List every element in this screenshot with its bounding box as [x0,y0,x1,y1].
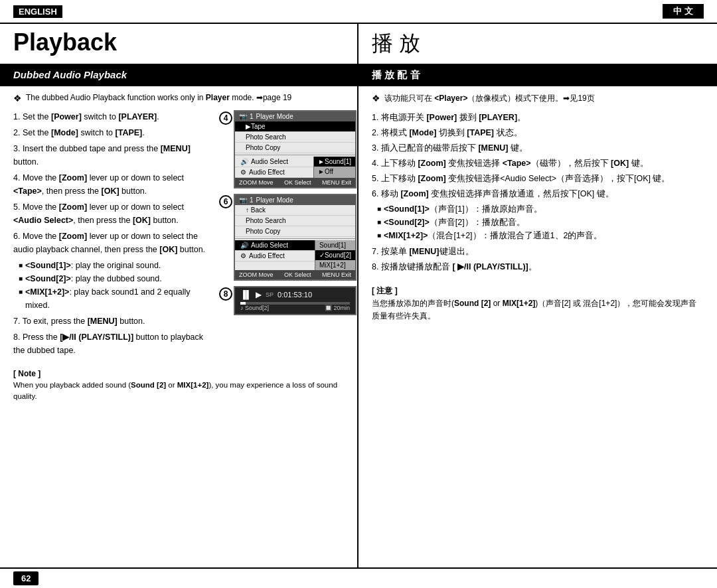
menu-item-audio-select-6: 🔊 Audio Select [235,240,315,251]
intro-note-right: ❖ 该功能只可在 <Player>（放像模式）模式下使用。➡见19页 [372,93,704,104]
bullet-cn-sound2: ■ <Sound[2]>（声音[2]）：播放配音。 [377,216,704,229]
menu-item-photo-search-6: Photo Search [235,216,355,226]
subtitle-right: 播 放 配 音 [358,66,717,85]
submenu-sound1: ►Sound[1] [314,157,355,167]
header: ENGLISH 中 文 [0,0,717,24]
step-badge-4: 4 [219,111,232,125]
intro-note-left: ❖ The dubbed Audio Playback function wor… [13,93,344,104]
page-title-chinese: 播 放 [372,29,420,58]
menu-camera-icon-6: 📷 [239,196,247,204]
step-cn-5: 5. 上下移动 [Zoom] 变焦按钮选择<Audio Select>（声音选择… [372,172,704,185]
menu-item-audio-effect: ⚙ Audio Effect [235,167,313,178]
note-section-right: [ 注意 ] 当您播放添加的声音时(Sound [2] or MIX[1+2])… [372,285,704,323]
submenu-sound2-6: ✓Sound[2] [315,250,355,260]
menu-screenshot-6: 6 📷 1 Player Mode ↑ Back Photo Search Ph… [234,194,344,281]
menu-camera-icon: 📷 [239,113,247,120]
bullet-sound2: ■ <Sound[2]>: play the dubbed sound. [19,272,210,285]
subtitle-row: Dubbed Audio Playback 播 放 配 音 [0,66,717,86]
step-cn-4: 4. 上下移动 [Zoom] 变焦按钮选择 <Tape>（磁带），然后按下 [O… [372,157,704,170]
steps-area: 1. Set the [Power] switch to [PLAYER]. 2… [13,110,344,360]
step-8: 8. Press the [▶/II (PLAY/STILL)] button … [13,331,210,357]
menu-header-4: 📷 1 Player Mode [235,111,355,121]
subtitle-english: Dubbed Audio Playback [13,69,127,80]
diamond-icon-right: ❖ [372,93,380,104]
zoom-label-6: ZOOM Move [239,271,274,278]
menu-item-photo-search: Photo Search [235,132,355,143]
step-cn-3: 3. 插入已配音的磁带后按下 [MENU] 键。 [372,141,704,155]
menu-exit-label-6: MENU Exit [322,271,351,278]
step-badge-6: 6 [219,195,232,208]
note-title-left: [ Note ] [13,368,344,380]
note-title-right: [ 注意 ] [372,285,704,297]
audio-icon-6: 🔊 [240,242,248,249]
left-column: ❖ The dubbed Audio Playback function wor… [0,86,358,567]
submenu-off: ►Off [314,167,355,177]
playback-box-8: ▐▌ ▶ SP 0:01:53:10 ♪ Sound[2] [234,286,357,315]
menu-box-6: 📷 1 Player Mode ↑ Back Photo Search Phot… [234,194,357,281]
bullet-sound1: ■ <Sound[1]>: play the original sound. [19,259,210,272]
ok-label-6: OK Select [284,271,311,278]
page-title: Playback [13,29,344,56]
duration-label: 🔲 20min [325,305,350,311]
step-4: 4. Move the [Zoom] lever up or down to s… [13,171,210,198]
title-row: Playback 播 放 [0,24,717,66]
menu-item-audio-select: 🔊 Audio Select [235,157,313,167]
main-content: ❖ The dubbed Audio Playback function wor… [0,86,717,567]
subtitle-chinese: 播 放 配 音 [372,69,420,82]
step-cn-2: 2. 将模式 [Mode] 切换到 [TAPE] 状态。 [372,126,704,139]
step-cn-1: 1. 将电源开关 [Power] 拨到 [PLAYER]。 [372,111,704,124]
step-1: 1. Set the [Power] switch to [PLAYER]. [13,110,210,123]
play-icon: ▐▌ [240,290,252,299]
english-label: ENGLISH [13,5,62,18]
step-badge-8: 8 [219,287,232,301]
play-arrow: ▶ [256,290,262,299]
playback-time: 0:01:53:10 [278,291,312,299]
audio-icon: 🔊 [240,158,248,165]
sp-label: SP [266,291,274,298]
bullet-cn-sound1: ■ <Sound[1]>（声音[1]）：播放原始声音。 [377,202,704,216]
submenu-sound1-6: Sound[1] [315,240,355,250]
playback-progress [240,302,246,305]
playback-bottom: ♪ Sound[2] 🔲 20min [240,305,350,311]
effects-icon: ⚙ [240,169,246,176]
menu-item-photo-copy: Photo Copy [235,143,355,153]
step-6: 6. Move the [Zoom] lever up or down to s… [13,230,210,256]
intro-text-english: The dubbed Audio Playback function works… [26,93,291,104]
menu-exit-label: MENU Exit [322,179,351,186]
menu-item-tape: ▶Tape [235,121,355,132]
title-left: Playback [0,24,358,64]
note-text-right: 当您播放添加的声音时(Sound [2] or MIX[1+2])（声音[2] … [372,297,704,323]
menu-audio-section-6: 🔊 Audio Select ⚙ Audio Effect Sound[1] ✓… [235,240,355,270]
menu-item-back: ↑ Back [235,205,355,216]
page-number: 62 [13,571,39,585]
step-3: 3. Insert the dubbed tape and press the … [13,142,210,169]
title-right: 播 放 [358,24,717,64]
subtitle-left: Dubbed Audio Playback [0,66,358,85]
page: ENGLISH 中 文 Playback 播 放 Dubbed Audio Pl… [0,0,717,588]
intro-text-chinese: 该功能只可在 <Player>（放像模式）模式下使用。➡见19页 [384,93,595,104]
right-column: ❖ 该功能只可在 <Player>（放像模式）模式下使用。➡见19页 1. 将电… [358,86,717,567]
step-2: 2. Set the [Mode] switch to [TAPE]. [13,126,210,139]
diamond-icon: ❖ [13,93,22,104]
steps-text-left: 1. Set the [Power] switch to [PLAYER]. 2… [13,110,210,360]
step-cn-8: 8. 按播放键播放配音 [ ▶/II (PLAY/STILL)]。 [372,260,704,273]
step-5: 5. Move the [Zoom] lever up or down to s… [13,200,210,227]
effects-icon-6: ⚙ [240,252,246,259]
sound-label: ♪ Sound[2] [240,305,269,311]
menu-item-photo-copy-6: Photo Copy [235,226,355,237]
submenu-mix-6: MiX[1+2] [315,260,355,270]
chinese-label: 中 文 [663,4,704,19]
note-section-left: [ Note ] When you playback added sound (… [13,368,344,403]
submenu-4: ►Sound[1] ►Off [313,157,355,178]
menu-box-4: 📷 1 Player Mode ▶Tape Photo Search Photo… [234,110,357,188]
menu-footer-6: ZOOM Move OK Select MENU Exit [235,270,355,279]
menu-item-audio-effect-6: ⚙ Audio Effect [235,251,315,261]
bullet-cn-mix: ■ <MIX[1+2]>（混合[1+2]）：播放混合了通道1、2的声音。 [377,229,704,242]
step-7: 7. To exit, press the [MENU] button. [13,315,210,328]
zoom-label: ZOOM Move [239,179,274,186]
menu-audio-section: 🔊 Audio Select ⚙ Audio Effect ►Sound[1] … [235,157,355,178]
menu-footer-4: ZOOM Move OK Select MENU Exit [235,178,355,187]
step-cn-6: 6. 移动 [Zoom] 变焦按钮选择声音播放通道，然后按下[OK] 键。 [372,187,704,200]
duration-value: 20min [333,305,350,311]
menu-screenshot-4: 4 📷 1 Player Mode ▶Tape Photo Search Pho… [234,110,344,188]
